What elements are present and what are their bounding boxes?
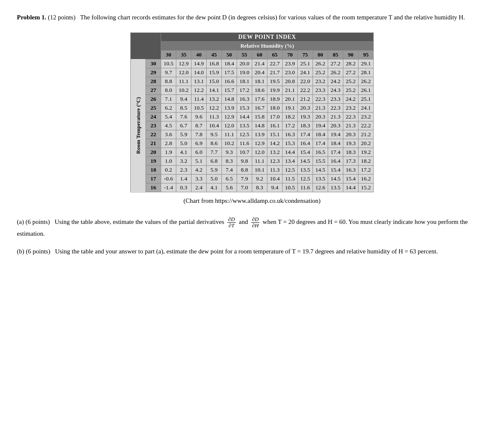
data-cell: 22.7: [267, 59, 283, 68]
data-cell: 25.1: [298, 59, 313, 68]
humidity-header-cell: 95: [358, 50, 374, 59]
data-cell: 15.5: [313, 156, 328, 165]
row-temp-label: 17: [146, 174, 161, 183]
row-temp-label: 28: [146, 77, 161, 86]
humidity-header-cell: 65: [267, 50, 283, 59]
data-cell: 26.2: [328, 68, 343, 77]
data-cell: 25.2: [343, 86, 358, 94]
data-cell: 17.4: [328, 148, 343, 156]
data-cell: 16.8: [207, 59, 222, 68]
data-cell: 17.6: [252, 94, 267, 103]
table-row: 191.03.25.16.88.39.811.112.313.414.515.5…: [131, 156, 374, 165]
data-cell: 11.6: [298, 183, 313, 192]
data-cell: 16.3: [237, 94, 252, 103]
table-row: 180.22.34.25.97.48.810.111.312.513.514.5…: [131, 165, 374, 174]
data-cell: 24.1: [298, 68, 313, 77]
data-cell: 21.3: [343, 121, 358, 130]
data-cell: 23.2: [358, 112, 374, 121]
data-cell: 11.3: [207, 112, 222, 121]
data-cell: 8.0: [161, 86, 176, 94]
data-cell: 9.2: [252, 174, 267, 183]
data-cell: 14.4: [343, 183, 358, 192]
part-b-text: Using the table and your answer to part …: [55, 248, 438, 255]
data-cell: 14.4: [283, 148, 298, 156]
data-cell: 11.3: [267, 165, 283, 174]
data-cell: 12.9: [222, 112, 237, 121]
data-cell: 9.4: [176, 94, 191, 103]
data-cell: 1.4: [176, 174, 191, 183]
humidity-header-cell: 40: [191, 50, 207, 59]
data-cell: 12.6: [313, 183, 328, 192]
data-cell: 19.3: [298, 112, 313, 121]
data-cell: 18.3: [298, 121, 313, 130]
data-cell: 11.6: [237, 139, 252, 148]
data-cell: 12.0: [176, 68, 191, 77]
humidity-header-cell: 80: [313, 50, 328, 59]
data-cell: 19.1: [283, 103, 298, 112]
data-cell: 18.4: [313, 130, 328, 139]
row-temp-label: 23: [146, 121, 161, 130]
data-cell: 8.7: [191, 121, 207, 130]
data-cell: 26.1: [358, 86, 374, 94]
data-cell: 9.6: [191, 112, 207, 121]
data-cell: 12.9: [176, 59, 191, 68]
data-cell: 18.4: [222, 59, 237, 68]
data-cell: 21.2: [298, 94, 313, 103]
data-cell: 15.4: [343, 174, 358, 183]
data-cell: 11.1: [176, 77, 191, 86]
data-cell: 20.3: [313, 112, 328, 121]
data-cell: 16.6: [222, 77, 237, 86]
table-row: 17-0.61.43.35.06.57.99.210.411.512.513.5…: [131, 174, 374, 183]
data-cell: 17.4: [298, 130, 313, 139]
data-cell: 5.0: [176, 139, 191, 148]
data-cell: 18.0: [267, 103, 283, 112]
row-temp-label: 19: [146, 156, 161, 165]
data-cell: 16.2: [358, 174, 374, 183]
row-temp-label: 18: [146, 165, 161, 174]
data-cell: 12.2: [191, 86, 207, 94]
data-cell: 9.4: [267, 183, 283, 192]
data-cell: 11.1: [252, 156, 267, 165]
data-cell: 15.1: [267, 130, 283, 139]
data-cell: 9.5: [207, 130, 222, 139]
data-cell: 20.3: [298, 103, 313, 112]
partial-deriv-dT: ∂D ∂T: [227, 216, 236, 229]
table-row: 234.56.78.710.412.013.514.816.117.218.31…: [131, 121, 374, 130]
data-cell: 13.5: [328, 183, 343, 192]
data-cell: 10.5: [283, 183, 298, 192]
data-cell: 21.2: [358, 130, 374, 139]
part-a-text2: and: [239, 218, 248, 225]
problem-number: Problem 1.: [17, 14, 46, 21]
data-cell: 19.4: [328, 130, 343, 139]
data-cell: 21.4: [252, 59, 267, 68]
data-cell: 7.6: [176, 112, 191, 121]
data-cell: 14.0: [191, 68, 207, 77]
data-cell: 14.8: [252, 121, 267, 130]
row-temp-label: 24: [146, 112, 161, 121]
data-cell: 18.4: [328, 139, 343, 148]
data-cell: 4.2: [191, 165, 207, 174]
data-cell: 19.0: [237, 68, 252, 77]
table-row: 245.47.69.611.312.914.415.817.018.219.32…: [131, 112, 374, 121]
table-row: 267.19.411.413.214.816.317.618.920.121.2…: [131, 94, 374, 103]
data-cell: 18.2: [283, 112, 298, 121]
data-cell: 23.2: [343, 103, 358, 112]
data-cell: 12.9: [252, 139, 267, 148]
data-cell: 12.5: [298, 174, 313, 183]
data-cell: 4.1: [207, 183, 222, 192]
data-cell: 23.0: [283, 68, 298, 77]
data-cell: 6.9: [191, 139, 207, 148]
data-cell: 19.5: [267, 77, 283, 86]
table-row: Room Temperature (°C)3010.512.914.916.81…: [131, 59, 374, 68]
data-cell: 18.6: [252, 86, 267, 94]
problem-header: Problem 1. (12 points) The following cha…: [17, 13, 487, 22]
data-cell: 17.0: [267, 112, 283, 121]
data-cell: 14.8: [222, 94, 237, 103]
data-cell: 25.2: [313, 68, 328, 77]
problem-points: (12 points): [48, 14, 75, 21]
data-cell: 20.1: [283, 94, 298, 103]
row-temp-label: 26: [146, 94, 161, 103]
data-cell: 12.0: [252, 148, 267, 156]
data-cell: 11.5: [283, 174, 298, 183]
data-cell: 16.4: [328, 156, 343, 165]
